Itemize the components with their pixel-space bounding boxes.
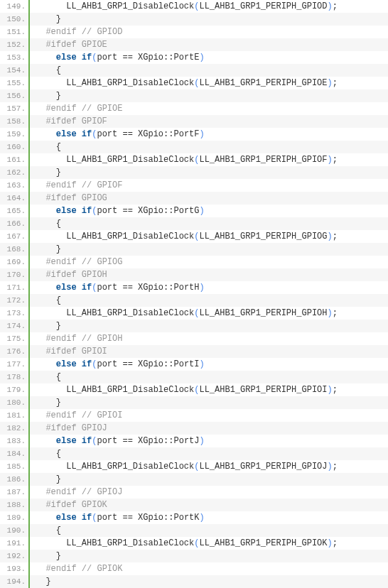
token-op: == [122,513,132,523]
token-keyword: if [82,436,92,446]
token-comment: // GPIOH [82,334,123,344]
line-number: 159. [0,128,30,141]
token-ident: port [97,359,122,369]
code-line: 180. } [0,396,388,409]
token-func: LL_AHB1_GRP1_DisableClock [66,308,194,318]
token-func: LL_AHB1_GRP1_DisableClock [66,462,194,472]
token-paren: ) [200,129,205,139]
token-brace: { [56,65,61,75]
code-line: 164. #ifdef GPIOG [0,192,388,205]
line-number: 173. [0,307,30,320]
token-preproc: #ifdef GPIOH [45,270,107,280]
code-content: #endif // GPIOE [30,102,388,115]
line-number: 174. [0,320,30,332]
token-brace: } [56,244,61,254]
token-brace: } [56,551,61,561]
code-line: 182. #ifdef GPIOJ [0,422,388,435]
line-number: 190. [0,524,30,537]
token-brace: } [56,398,61,408]
token-keyword: else [56,436,77,446]
token-ident: port [97,206,122,216]
line-number: 181. [0,409,30,422]
token-op: :: [163,129,173,139]
token-brace: } [56,168,61,178]
line-number: 162. [0,166,30,179]
token-preproc: #ifdef GPIOF [45,116,107,126]
code-content: #endif // GPIOI [30,409,388,422]
token-ident: PortI [173,359,199,369]
code-line: 192. } [0,550,388,562]
token-plain [77,129,82,139]
code-content: LL_AHB1_GRP1_DisableClock(LL_AHB1_GRP1_P… [30,307,388,320]
token-paren: ) [327,462,332,472]
code-content: LL_AHB1_GRP1_DisableClock(LL_AHB1_GRP1_P… [30,77,388,89]
line-number: 189. [0,511,30,524]
token-ident: XGpio [133,206,163,216]
code-line: 161. LL_AHB1_GRP1_DisableClock(LL_AHB1_G… [0,153,388,166]
code-content: #endif // GPIOF [30,179,388,192]
token-paren: ) [327,155,332,165]
line-number: 183. [0,435,30,447]
token-comment: // GPIOE [82,104,123,114]
token-brace: { [56,526,61,535]
line-number: 192. [0,550,30,562]
token-ident: LL_AHB1_GRP1_PERIPH_GPIOK [199,538,327,548]
code-line: 168. } [0,243,388,256]
token-paren: ) [327,538,332,548]
code-content: LL_AHB1_GRP1_DisableClock(LL_AHB1_GRP1_P… [30,383,388,396]
token-keyword: else [56,206,77,216]
code-content: LL_AHB1_GRP1_DisableClock(LL_AHB1_GRP1_P… [30,460,388,473]
token-func: LL_AHB1_GRP1_DisableClock [66,78,194,88]
code-line: 153. else if(port == XGpio::PortE) [0,51,388,64]
token-ident: PortE [173,53,199,62]
code-line: 155. LL_AHB1_GRP1_DisableClock(LL_AHB1_G… [0,77,388,89]
token-ident: XGpio [133,283,163,293]
line-number: 187. [0,486,30,499]
code-line: 156. } [0,89,388,102]
code-content: LL_AHB1_GRP1_DisableClock(LL_AHB1_GRP1_P… [30,153,388,166]
token-paren: ) [327,308,332,318]
token-preproc: #endif [45,27,81,37]
line-number: 160. [0,141,30,153]
token-func: LL_AHB1_GRP1_DisableClock [66,232,194,241]
token-op: == [122,129,132,139]
token-op: ; [333,78,338,88]
token-op: ; [333,308,338,318]
code-content: else if(port == XGpio::PortH) [30,281,388,294]
code-line: 154. { [0,64,388,77]
token-paren: ) [200,283,205,293]
code-content: #endif // GPIOG [30,256,388,268]
token-preproc: #ifdef GPIOE [45,40,107,50]
token-ident: XGpio [133,359,163,369]
code-line: 186. } [0,473,388,486]
token-ident: PortG [173,206,199,216]
code-line: 178. { [0,371,388,383]
token-paren: ) [327,232,332,241]
code-line: 177. else if(port == XGpio::PortI) [0,358,388,371]
line-number: 184. [0,447,30,460]
token-keyword: if [82,283,92,293]
line-number: 152. [0,38,30,51]
line-number: 164. [0,192,30,205]
code-content: #ifdef GPIOE [30,38,388,51]
token-preproc: #endif [45,104,81,114]
code-line: 193. #endif // GPIOK [0,562,388,575]
token-op: :: [163,513,173,523]
token-brace: { [56,449,61,459]
token-op: :: [163,53,173,62]
token-keyword: else [56,129,77,139]
token-preproc: #endif [45,487,81,497]
code-content: } [30,243,388,256]
code-line: 185. LL_AHB1_GRP1_DisableClock(LL_AHB1_G… [0,460,388,473]
token-preproc: #endif [45,410,81,420]
token-op: :: [163,283,173,293]
token-keyword: if [82,513,92,523]
line-number: 194. [0,575,30,588]
line-number: 191. [0,537,30,550]
token-plain [77,513,82,523]
line-number: 182. [0,422,30,435]
code-line: 172. { [0,294,388,307]
line-number: 157. [0,102,30,115]
token-brace: { [56,295,61,305]
token-brace: { [56,219,61,229]
